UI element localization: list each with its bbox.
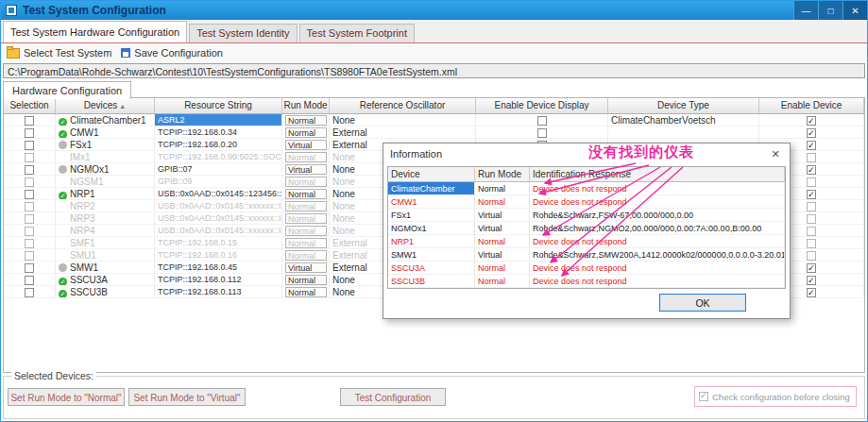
enable-device-checkbox[interactable]	[807, 177, 816, 187]
run-mode-cell[interactable]: Normal	[282, 114, 330, 127]
reference-oscillator-cell[interactable]: External	[330, 127, 476, 139]
maximize-button[interactable]: □	[818, 1, 842, 20]
selection-checkbox[interactable]	[25, 128, 34, 138]
run-mode-cell[interactable]: Normal	[282, 176, 330, 188]
selection-checkbox[interactable]	[25, 227, 34, 236]
dialog-row-FSx1[interactable]: FSx1VirtualRohde&Schwarz,FSW-67,00.000/0…	[388, 209, 785, 222]
run-mode-cell[interactable]: Virtual	[282, 139, 330, 151]
enable-device-checkbox[interactable]	[807, 263, 816, 273]
save-configuration-button[interactable]: Save Configuration	[121, 47, 223, 59]
dialog-row-NRP1[interactable]: NRP1NormalDevice does not respond	[388, 235, 785, 248]
run-mode-value[interactable]: Normal	[285, 287, 327, 297]
col-enable-device-display[interactable]: Enable Device Display	[476, 98, 608, 113]
run-mode-cell[interactable]: Normal	[282, 200, 330, 212]
run-mode-cell[interactable]: Normal	[282, 249, 330, 262]
device-row-ClimateChamber1[interactable]: ClimateChamber1ASRL2NormalNoneClimateCha…	[4, 114, 864, 127]
run-mode-value[interactable]: Normal	[285, 127, 327, 138]
dialog-device-cell[interactable]: ClimateChamber	[388, 182, 475, 195]
enable-device-checkbox[interactable]	[807, 141, 816, 150]
selection-checkbox[interactable]	[25, 153, 34, 162]
device-type-cell[interactable]: ClimateChamberVoetsch	[608, 114, 759, 127]
col-devices[interactable]: Devices▲	[56, 98, 155, 113]
dialog-device-cell[interactable]: FSx1	[388, 209, 475, 222]
selection-checkbox[interactable]	[25, 276, 34, 285]
device-name-cell[interactable]: IMx1	[56, 151, 155, 163]
run-mode-value[interactable]: Virtual	[285, 262, 327, 273]
tab-identity[interactable]: Test System Identity	[189, 24, 297, 42]
run-mode-value[interactable]: Normal	[285, 238, 327, 248]
enable-device-checkbox[interactable]	[807, 202, 816, 211]
device-name-cell[interactable]: CMW1	[56, 127, 155, 139]
run-mode-value[interactable]: Virtual	[285, 140, 327, 150]
device-name-cell[interactable]: NRP1	[56, 188, 155, 200]
resource-string-cell[interactable]: TCPIP::192.168.0.113	[155, 286, 282, 298]
enable-device-checkbox[interactable]	[807, 251, 816, 261]
device-name-cell[interactable]: SSCU3B	[56, 286, 155, 298]
dialog-row-SSCU3A[interactable]: SSCU3ANormalDevice does not respond	[388, 262, 785, 275]
enable-device-checkbox[interactable]	[807, 128, 816, 138]
resource-string-cell[interactable]: TCPIP::192.168.0.15	[155, 237, 282, 249]
selection-checkbox[interactable]	[25, 177, 34, 187]
col-run-mode[interactable]: Run Mode	[282, 98, 330, 113]
resource-string-cell[interactable]: USB::0x0AAD::0x0145::123456::INSTR	[155, 188, 282, 200]
run-mode-value[interactable]: Normal	[285, 213, 327, 224]
col-resource-string[interactable]: Resource String	[155, 98, 282, 113]
resource-string-cell[interactable]: ASRL2	[155, 114, 282, 127]
set-run-mode-normal-button[interactable]: Set Run Mode to "Normal"	[8, 388, 125, 406]
enable-device-checkbox[interactable]	[807, 239, 816, 248]
resource-string-cell[interactable]: TCPIP::192.168.0.45	[155, 262, 282, 274]
run-mode-cell[interactable]: Normal	[282, 151, 330, 163]
dialog-row-SSCU3B[interactable]: SSCU3BNormalDevice does not respond	[388, 275, 785, 288]
run-mode-cell[interactable]: Normal	[282, 274, 330, 286]
selection-checkbox[interactable]	[25, 288, 34, 297]
run-mode-cell[interactable]: Normal	[282, 237, 330, 249]
resource-string-cell[interactable]: TCPIP::192.168.0.16	[155, 249, 282, 262]
resource-string-cell[interactable]: GPIB::07	[155, 163, 282, 176]
run-mode-cell[interactable]: Virtual	[282, 163, 330, 176]
ok-button[interactable]: OK	[659, 294, 746, 312]
run-mode-value[interactable]: Virtual	[285, 164, 327, 175]
enable-device-display-checkbox[interactable]	[537, 128, 547, 138]
selection-checkbox[interactable]	[25, 165, 34, 175]
enable-device-checkbox[interactable]	[807, 190, 816, 199]
resource-string-cell[interactable]: TCPIP::192.168.0.34	[155, 127, 282, 139]
device-type-cell[interactable]	[608, 127, 759, 139]
run-mode-value[interactable]: Normal	[285, 115, 327, 126]
check-configuration-checkbox[interactable]	[699, 392, 708, 401]
selection-checkbox[interactable]	[25, 190, 34, 199]
run-mode-cell[interactable]: Normal	[282, 188, 330, 200]
dialog-device-cell[interactable]: NRP1	[388, 235, 475, 248]
run-mode-value[interactable]: Normal	[285, 226, 327, 236]
dialog-row-ClimateChamber[interactable]: ClimateChamberNormalDevice does not resp…	[388, 182, 785, 195]
run-mode-cell[interactable]: Normal	[282, 212, 330, 225]
device-name-cell[interactable]: FSx1	[56, 139, 155, 151]
device-name-cell[interactable]: NRP2	[56, 200, 155, 212]
resource-string-cell[interactable]: USB::0x0AAD::0x0145::xxxxxx::INSTR	[155, 225, 282, 237]
resource-string-cell[interactable]: USB::0x0AAD::0x0145::xxxxxx::INSTR	[155, 212, 282, 225]
device-name-cell[interactable]: SMW1	[56, 262, 155, 274]
device-name-cell[interactable]: NRP4	[56, 225, 155, 237]
resource-string-cell[interactable]: GPIB::09	[155, 176, 282, 188]
col-device-type[interactable]: Device Type	[608, 98, 759, 113]
run-mode-value[interactable]: Normal	[285, 275, 327, 285]
run-mode-cell[interactable]: Virtual	[282, 262, 330, 274]
resource-string-cell[interactable]: USB::0x0AAD::0x0145::xxxxxx::INSTR	[155, 200, 282, 212]
device-name-cell[interactable]: NGSM1	[56, 176, 155, 188]
set-run-mode-virtual-button[interactable]: Set Run Mode to "Virtual"	[128, 388, 246, 406]
enable-device-checkbox[interactable]	[807, 165, 816, 175]
col-reference-oscillator[interactable]: Reference Oscillator	[330, 98, 476, 113]
dialog-row-SMW1[interactable]: SMW1VirtualRohde&Schwarz,SMW200A,1412.00…	[388, 248, 785, 262]
device-name-cell[interactable]: SMU1	[56, 249, 155, 262]
selection-checkbox[interactable]	[25, 239, 34, 248]
selection-checkbox[interactable]	[25, 202, 34, 211]
tab-hardware-configuration[interactable]: Test System Hardware Configuration	[3, 21, 187, 42]
dialog-row-NGMOx1[interactable]: NGMOx1VirtualRohde&Schwarz,NGMO2,00.000/…	[388, 222, 785, 235]
run-mode-cell[interactable]: Normal	[282, 286, 330, 298]
selection-checkbox[interactable]	[25, 116, 34, 126]
run-mode-cell[interactable]: Normal	[282, 127, 330, 139]
device-name-cell[interactable]: NGMOx1	[56, 163, 155, 176]
run-mode-value[interactable]: Normal	[285, 201, 327, 211]
dialog-device-cell[interactable]: SMW1	[388, 248, 475, 262]
device-row-CMW1[interactable]: CMW1TCPIP::192.168.0.34NormalExternal	[4, 127, 864, 139]
run-mode-cell[interactable]: Normal	[282, 225, 330, 237]
